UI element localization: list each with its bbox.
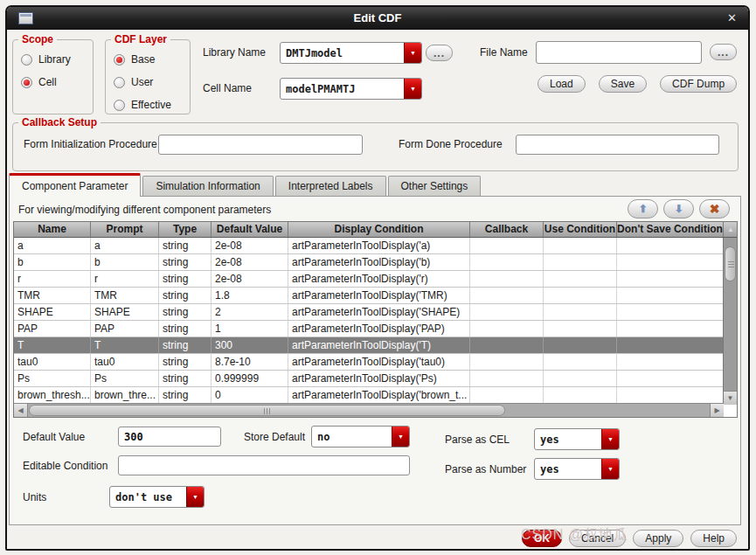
param-row-tmr[interactable]: TMRTMRstring1.8artParameterInToolDisplay… [14,288,737,304]
component-parameter-panel: For viewing/modifying different componen… [9,196,741,525]
cdf-layer-group-title: CDF Layer [111,33,170,45]
cell-display: artParameterInToolDisplay('T) [288,337,470,353]
dialog-title: Edit CDF [7,11,748,24]
library-browse-button[interactable]: ... [426,45,453,61]
chevron-down-icon[interactable]: ▼ [186,487,204,507]
param-row-t[interactable]: TTstring300artParameterInToolDisplay('T) [14,337,737,354]
cell-name-combo[interactable]: modelPMAMTJ ▼ [280,78,422,100]
vertical-scrollbar-thumb[interactable] [725,246,736,281]
chevron-down-icon[interactable]: ▼ [601,429,619,449]
move-down-button[interactable]: ⬇ [663,199,694,219]
move-up-button[interactable]: ⬆ [628,199,658,219]
load-button[interactable]: Load [538,75,586,93]
param-row-shape[interactable]: SHAPESHAPEstring2artParameterInToolDispl… [14,304,737,321]
cell-name: b [14,254,91,270]
cell-use-condition [544,271,617,287]
tab-interpreted-labels[interactable]: Interpreted Labels [275,176,386,197]
delete-x-icon: ✖ [710,202,720,216]
radio-scope-library[interactable]: Library [21,53,85,66]
save-button[interactable]: Save [599,75,647,93]
col-header-default-value[interactable]: Default Value [212,222,288,237]
tab-component-parameter[interactable]: Component Parameter [9,173,141,197]
radio-button-icon[interactable] [114,100,125,111]
cell-type: string [159,337,212,353]
radio-button-icon[interactable] [21,54,32,66]
cell-prompt: Ps [91,371,159,386]
chevron-down-icon[interactable]: ▼ [601,459,619,479]
cell-use-condition [544,354,617,370]
cell-display: artParameterInToolDisplay('SHAPE) [288,304,470,320]
radio-cdf-layer-user[interactable]: User [114,76,182,88]
radio-cdf-layer-base[interactable]: Base [114,53,182,66]
cell-default: 2e-08 [212,254,288,270]
scroll-left-icon[interactable]: ◀ [14,404,28,417]
cell-name: TMR [14,288,91,303]
col-header-use-condition[interactable]: Use Condition [544,222,617,237]
cell-dont-save [617,337,724,353]
cell-type: string [159,254,212,270]
chevron-down-icon[interactable]: ▼ [404,79,421,99]
radio-cdf-layer-effective[interactable]: Effective [114,99,182,111]
help-button[interactable]: Help [690,530,737,547]
cell-type: string [159,271,212,287]
chevron-down-icon[interactable]: ▼ [392,427,409,447]
cell-dont-save [617,271,724,287]
param-row-tau0[interactable]: tau0tau0string8.7e-10artParameterInToolD… [14,354,737,371]
form-init-input[interactable] [158,135,363,155]
file-browse-button[interactable]: ... [710,44,737,60]
title-bar[interactable]: Edit CDF ✕ [7,7,748,30]
cell-dont-save [617,354,724,370]
store-default-label: Store Default [244,427,305,447]
param-row-pap[interactable]: PAPPAPstring1artParameterInToolDisplay('… [14,321,737,337]
library-name-combo[interactable]: DMTJmodel ▼ [280,42,422,64]
horizontal-scrollbar-thumb[interactable] [29,405,505,416]
cell-use-condition [544,371,617,386]
param-row-a[interactable]: aastring2e-08artParameterInToolDisplay('… [14,238,737,254]
units-combo[interactable]: don't use ▼ [109,486,205,508]
tab-other-settings[interactable]: Other Settings [388,176,482,197]
cell-type: string [159,304,212,320]
file-action-buttons: Load Save CDF Dump [538,75,737,93]
scroll-down-icon[interactable]: ▼ [724,391,737,405]
scroll-up-icon[interactable]: ▲ [724,222,738,237]
scope-group-title: Scope [18,33,57,45]
horizontal-scrollbar[interactable]: ◀ ▶ [14,403,724,417]
radio-button-icon[interactable] [114,54,125,66]
cell-dont-save [617,371,724,386]
cancel-button[interactable]: Cancel [569,530,626,547]
file-name-input[interactable] [536,41,702,64]
editable-condition-input[interactable] [118,455,410,475]
param-row-b[interactable]: bbstring2e-08artParameterInToolDisplay('… [14,254,737,271]
col-header-name[interactable]: Name [14,222,91,237]
col-header-display-condition[interactable]: Display Condition [288,222,470,237]
ok-button[interactable]: OK [522,530,562,547]
default-value-input[interactable] [118,427,221,447]
radio-button-icon[interactable] [114,77,125,88]
parse-as-cel-combo[interactable]: yes ▼ [534,428,620,450]
param-row-r[interactable]: rrstring2e-08artParameterInToolDisplay('… [14,271,737,288]
cell-prompt: tau0 [91,354,159,370]
units-value: don't use [110,487,186,507]
form-done-input[interactable] [516,135,719,155]
close-icon[interactable]: ✕ [727,11,737,24]
col-header-callback[interactable]: Callback [470,222,544,237]
chevron-down-icon[interactable]: ▼ [404,43,421,63]
store-default-combo[interactable]: no ▼ [311,426,410,447]
cdf-dump-button[interactable]: CDF Dump [660,75,737,93]
param-row-brown-thresh[interactable]: brown_thresh...brown_thre...string0artPa… [14,387,737,404]
delete-row-button[interactable]: ✖ [699,199,730,219]
cell-default: 8.7e-10 [212,354,288,370]
col-header-don-t-save-condition[interactable]: Don't Save Condition [617,222,724,237]
vertical-scrollbar[interactable]: ▼ [723,238,737,405]
cell-dont-save [617,238,724,253]
radio-button-icon[interactable] [21,77,32,88]
tab-simulation-information[interactable]: Simulation Information [142,176,273,197]
col-header-prompt[interactable]: Prompt [91,222,159,237]
parse-as-number-combo[interactable]: yes ▼ [534,458,620,480]
col-header-type[interactable]: Type [159,222,212,237]
apply-button[interactable]: Apply [633,530,683,547]
scroll-right-icon[interactable]: ▶ [710,404,724,417]
default-value-label: Default Value [23,427,85,447]
param-row-ps[interactable]: PsPsstring0.999999artParameterInToolDisp… [14,371,737,387]
radio-scope-cell[interactable]: Cell [21,76,85,88]
